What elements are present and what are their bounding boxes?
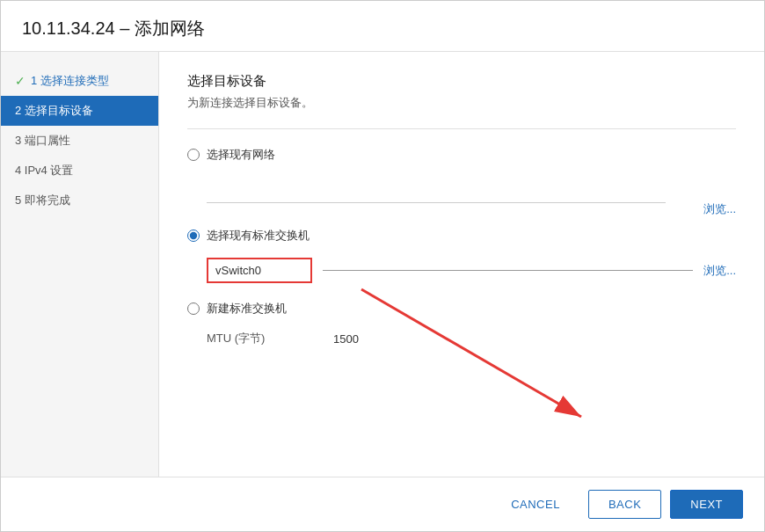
sidebar-item-label-1: 1 选择连接类型 bbox=[31, 73, 109, 89]
option1-label[interactable]: 选择现有网络 bbox=[207, 147, 275, 163]
dialog-footer: CANCEL BACK NEXT bbox=[1, 477, 764, 531]
option3-row: 新建标准交换机 bbox=[187, 301, 736, 317]
add-network-dialog: 10.11.34.24 – 添加网络 ✓ 1 选择连接类型 2 选择目标设备 3… bbox=[0, 0, 765, 532]
vswitch-area: 浏览... bbox=[207, 258, 736, 283]
option2-radio[interactable] bbox=[187, 230, 200, 242]
vswitch-underline bbox=[323, 270, 693, 271]
option1-radio[interactable] bbox=[187, 149, 200, 161]
browse-link-1[interactable]: 浏览... bbox=[703, 201, 736, 217]
sidebar-item-step5[interactable]: 5 即将完成 bbox=[1, 186, 158, 215]
browse-link-2[interactable]: 浏览... bbox=[703, 263, 736, 279]
dialog-title: 10.11.34.24 – 添加网络 bbox=[1, 1, 764, 52]
section-title: 选择目标设备 bbox=[187, 73, 736, 90]
sidebar: ✓ 1 选择连接类型 2 选择目标设备 3 端口属性 4 IPv4 设置 5 即… bbox=[1, 52, 159, 477]
sidebar-item-label-2: 2 选择目标设备 bbox=[15, 103, 93, 119]
sidebar-item-label-5: 5 即将完成 bbox=[15, 193, 70, 208]
option3-radio[interactable] bbox=[187, 302, 200, 315]
option2-row: 选择现有标准交换机 bbox=[187, 228, 736, 244]
cancel-button[interactable]: CANCEL bbox=[492, 491, 579, 518]
back-button[interactable]: BACK bbox=[588, 490, 661, 519]
sidebar-item-step4[interactable]: 4 IPv4 设置 bbox=[1, 156, 158, 186]
main-content: 选择目标设备 为新连接选择目标设备。 选择现有网络 浏览... 选择现有标准交换… bbox=[159, 52, 764, 477]
divider-1 bbox=[187, 128, 736, 129]
mtu-label: MTU (字节) bbox=[207, 331, 312, 346]
sidebar-item-label-3: 3 端口属性 bbox=[15, 133, 70, 149]
vswitch-input[interactable] bbox=[207, 258, 312, 283]
option1-input-area bbox=[207, 177, 666, 203]
check-icon: ✓ bbox=[15, 74, 26, 88]
sidebar-item-step1[interactable]: ✓ 1 选择连接类型 bbox=[1, 66, 158, 96]
sidebar-item-label-4: 4 IPv4 设置 bbox=[15, 163, 73, 179]
sidebar-item-step2[interactable]: 2 选择目标设备 bbox=[1, 96, 158, 126]
mtu-value: 1500 bbox=[333, 332, 359, 346]
dialog-body: ✓ 1 选择连接类型 2 选择目标设备 3 端口属性 4 IPv4 设置 5 即… bbox=[1, 52, 764, 477]
mtu-row: MTU (字节) 1500 bbox=[207, 331, 736, 346]
option3-label[interactable]: 新建标准交换机 bbox=[207, 301, 287, 317]
option2-label[interactable]: 选择现有标准交换机 bbox=[207, 228, 310, 244]
sidebar-item-step3[interactable]: 3 端口属性 bbox=[1, 126, 158, 156]
section-desc: 为新连接选择目标设备。 bbox=[187, 95, 736, 111]
next-button[interactable]: NEXT bbox=[670, 490, 743, 519]
option1-row: 选择现有网络 bbox=[187, 147, 736, 163]
